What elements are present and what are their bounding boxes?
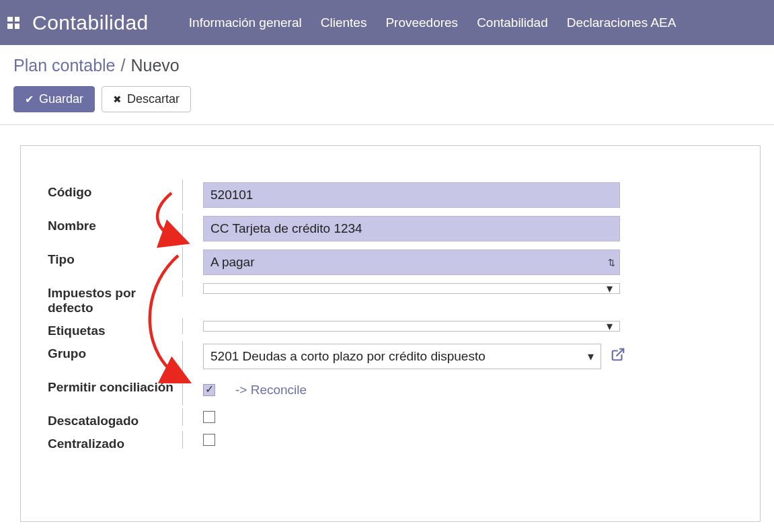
label-nombre: Nombre [48, 213, 182, 233]
label-tipo: Tipo [48, 247, 182, 267]
label-descatalogado: Descatalogado [48, 408, 182, 428]
checkbox-descatalogado[interactable] [203, 411, 215, 423]
select-tipo-value: A pagar [210, 255, 255, 269]
top-navbar: Contabilidad Información general Cliente… [0, 0, 774, 45]
nav-item-declarations[interactable]: Declaraciones AEA [567, 15, 676, 30]
discard-label: Descartar [127, 92, 180, 106]
discard-button[interactable]: Descartar [102, 86, 191, 112]
label-centralizado: Centralizado [48, 431, 182, 451]
select-etiquetas[interactable] [203, 321, 620, 332]
breadcrumb: Plan contable / Nuevo [0, 45, 774, 78]
save-label: Guardar [39, 92, 83, 106]
label-grupo: Grupo [48, 341, 182, 361]
nav-item-overview[interactable]: Información general [189, 15, 302, 30]
select-impuestos[interactable] [203, 283, 620, 294]
checkbox-centralizado[interactable] [203, 434, 215, 446]
save-button[interactable]: Guardar [13, 86, 95, 112]
x-icon [113, 92, 122, 106]
label-permitir: Permitir conciliación [48, 375, 182, 395]
check-icon [25, 92, 34, 106]
select-grupo-value: 5201 Deudas a corto plazo por crédito di… [210, 349, 486, 363]
input-nombre[interactable] [203, 216, 620, 241]
nav-item-clients[interactable]: Clientes [321, 15, 367, 30]
breadcrumb-parent[interactable]: Plan contable [13, 56, 116, 75]
select-tipo[interactable]: A pagar [203, 250, 620, 275]
caret-down-icon [607, 319, 613, 334]
app-brand[interactable]: Contabilidad [32, 11, 149, 34]
form-sheet: Código Nombre Tipo A pagar Impuestos por… [20, 145, 761, 522]
breadcrumb-sep: / [121, 56, 126, 75]
label-codigo: Código [48, 180, 182, 200]
nav-item-accounting[interactable]: Contabilidad [477, 15, 548, 30]
label-etiquetas: Etiquetas [48, 318, 182, 338]
input-codigo[interactable] [203, 182, 620, 208]
svg-line-0 [617, 349, 623, 356]
label-impuestos: Impuestos por defecto [48, 280, 182, 315]
select-grupo[interactable]: 5201 Deudas a corto plazo por crédito di… [203, 344, 601, 369]
checkbox-permitir[interactable] [203, 384, 215, 396]
external-link-icon[interactable] [611, 347, 625, 366]
caret-updown-icon [608, 257, 613, 268]
apps-icon[interactable] [7, 16, 20, 30]
nav-items: Información general Clientes Proveedores… [189, 15, 676, 30]
caret-down-icon [588, 349, 594, 364]
breadcrumb-current: Nuevo [130, 56, 179, 75]
nav-item-vendors[interactable]: Proveedores [385, 15, 458, 30]
reconcile-link[interactable]: -> Reconcile [235, 383, 307, 397]
action-bar: Guardar Descartar [0, 78, 774, 125]
caret-down-icon [607, 281, 613, 296]
